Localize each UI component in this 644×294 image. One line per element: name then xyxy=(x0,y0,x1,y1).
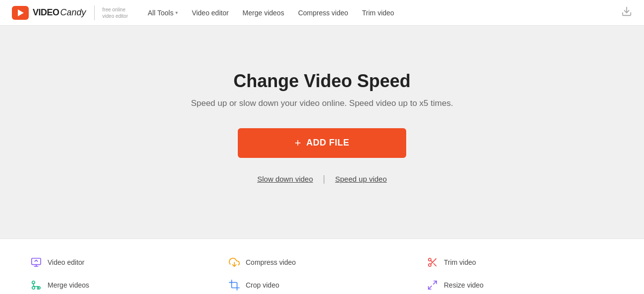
nav-compress-video[interactable]: Compress video xyxy=(298,9,348,17)
logo-divider xyxy=(94,5,95,20)
plus-icon: + xyxy=(295,137,301,149)
tools-grid: Video editor Compress video Trim video xyxy=(30,254,614,294)
links-row: Slow down video | Speed up video xyxy=(257,174,387,184)
header-right xyxy=(621,6,632,19)
nav-trim-video[interactable]: Trim video xyxy=(362,9,394,17)
tool-resize-video[interactable]: Resize video xyxy=(426,277,614,294)
page-title: Change Video Speed xyxy=(233,71,410,92)
resize-icon xyxy=(426,279,439,292)
page-subtitle: Speed up or slow down your video online.… xyxy=(191,98,453,108)
slow-down-link[interactable]: Slow down video xyxy=(257,175,313,183)
nav-all-tools[interactable]: All Tools ▾ xyxy=(148,9,178,17)
tool-video-editor[interactable]: Video editor xyxy=(30,254,218,271)
tool-label: Merge videos xyxy=(48,281,89,289)
tool-trim-video[interactable]: Trim video xyxy=(426,254,614,271)
footer-tools: Video editor Compress video Trim video xyxy=(0,239,644,294)
tool-label: Crop video xyxy=(246,281,279,289)
tool-label: Trim video xyxy=(444,258,476,266)
links-divider: | xyxy=(323,174,325,184)
tool-compress-video[interactable]: Compress video xyxy=(228,254,416,271)
merge-icon xyxy=(30,279,43,292)
crop-icon xyxy=(228,279,241,292)
svg-rect-1 xyxy=(32,258,41,265)
nav: All Tools ▾ Video editor Merge videos Co… xyxy=(148,9,605,17)
tool-label: Resize video xyxy=(444,281,483,289)
tool-label: Compress video xyxy=(246,258,296,266)
svg-point-11 xyxy=(32,281,35,284)
svg-line-9 xyxy=(430,260,432,262)
svg-line-13 xyxy=(433,281,436,284)
logo-video-text: VIDEO xyxy=(33,7,59,18)
logo[interactable]: VIDEO Candy free online video editor xyxy=(12,5,128,20)
editor-icon xyxy=(30,256,43,269)
download-icon[interactable] xyxy=(621,6,632,19)
tool-label: Video editor xyxy=(48,258,84,266)
main-content: Change Video Speed Speed up or slow down… xyxy=(0,26,644,239)
logo-icon xyxy=(12,6,29,20)
speed-up-link[interactable]: Speed up video xyxy=(335,175,387,183)
tool-crop-video[interactable]: Crop video xyxy=(228,277,416,294)
dropdown-arrow-icon: ▾ xyxy=(175,10,178,15)
nav-merge-videos[interactable]: Merge videos xyxy=(243,9,284,17)
svg-line-14 xyxy=(429,286,431,289)
trim-icon xyxy=(426,256,439,269)
tool-merge-videos[interactable]: Merge videos xyxy=(30,277,218,294)
compress-icon xyxy=(228,256,241,269)
nav-video-editor[interactable]: Video editor xyxy=(192,9,228,17)
logo-tagline: free online video editor xyxy=(103,6,128,19)
logo-candy-text: Candy xyxy=(60,7,86,18)
svg-line-8 xyxy=(433,263,436,266)
header: VIDEO Candy free online video editor All… xyxy=(0,0,644,26)
svg-point-12 xyxy=(32,287,35,290)
add-file-button[interactable]: + ADD FILE xyxy=(238,128,406,158)
add-file-label: ADD FILE xyxy=(306,138,349,148)
logo-text: VIDEO Candy xyxy=(33,7,86,18)
